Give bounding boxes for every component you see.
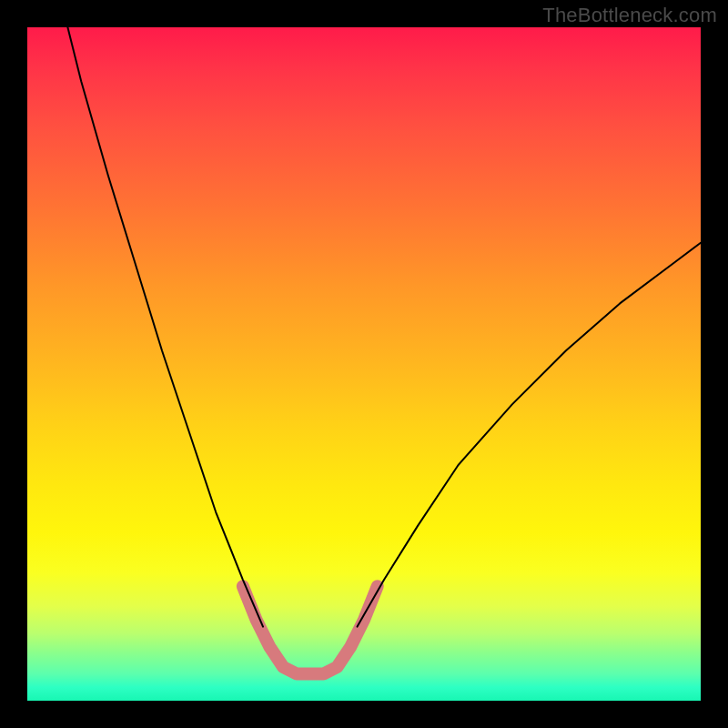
- plot-area: [27, 27, 701, 701]
- chart-frame: TheBottleneck.com: [0, 0, 728, 728]
- series-right-arm: [358, 243, 701, 627]
- series-bottom-highlight: [243, 586, 378, 673]
- curve-svg: [27, 27, 701, 701]
- watermark-text: TheBottleneck.com: [542, 4, 717, 27]
- series-left-arm: [67, 27, 263, 627]
